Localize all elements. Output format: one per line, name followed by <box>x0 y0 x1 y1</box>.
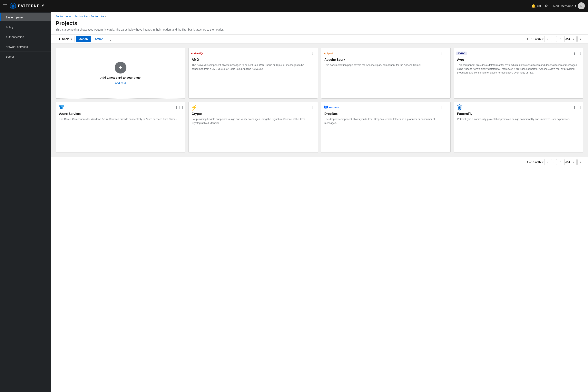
breadcrumb-item-section1[interactable]: Section title <box>74 15 88 18</box>
card-dropbox-logo: Dropbox <box>324 104 340 110</box>
footer-pagination-count-select[interactable]: 1 – 10 of 37 ▾ <box>527 160 544 164</box>
card-avro-logo: AVRO <box>456 50 467 56</box>
pagination-range: 1 – 10 of 37 <box>527 38 541 40</box>
card-spark-header: ★ Spark ⋮ <box>321 48 450 58</box>
card-avro-header: AVRO ⋮ <box>454 48 583 58</box>
action-link-button[interactable]: Action <box>92 36 106 42</box>
card-spark-body: Apache Spark This documentation page cov… <box>321 58 450 98</box>
svg-rect-5 <box>61 105 64 108</box>
card-patternfly-checkbox[interactable] <box>578 106 581 109</box>
hamburger-menu[interactable] <box>3 4 7 7</box>
action-primary-button[interactable]: Action <box>76 36 91 42</box>
card-spark-name: Apache Spark <box>324 58 447 62</box>
card-spark-kebab[interactable]: ⋮ <box>440 52 443 55</box>
card-crypto-description: For providing flexible endpoints to sign… <box>192 117 314 125</box>
sidebar-divider <box>0 52 51 52</box>
patternfly-logo-icon <box>10 2 16 10</box>
breadcrumb-sep: › <box>89 15 90 18</box>
sidebar-item-network-services[interactable]: Network services <box>0 43 51 51</box>
card-patternfly-header: ⋮ <box>454 102 583 112</box>
breadcrumb: Section home › Section title › Section t… <box>51 12 588 20</box>
card-amq-name: AMQ <box>192 58 314 62</box>
sidebar-item-label: Network services <box>6 45 28 48</box>
main-content: Section home › Section title › Section t… <box>51 12 588 392</box>
card-patternfly: ⋮ PatternFly PatternFly is a community p… <box>454 102 583 153</box>
footer-pagination-last-button[interactable]: » <box>578 159 583 165</box>
card-dropbox-kebab[interactable]: ⋮ <box>440 106 443 109</box>
breadcrumb-sep: › <box>105 15 106 18</box>
card-spark-logo: ★ Spark <box>324 50 334 56</box>
footer-pagination-prev-button[interactable]: ‹ <box>551 159 557 165</box>
dropbox-logo-icon <box>324 105 328 110</box>
card-amq: ActiveMQ ⋮ AMQ The ActiveMQ component al… <box>188 48 318 98</box>
sidebar-item-server[interactable]: Server <box>0 52 51 60</box>
card-dropbox-description: The dropbox component allows you to trea… <box>324 117 447 125</box>
pagination-last-button[interactable]: » <box>578 36 583 42</box>
sidebar-item-authentication[interactable]: Authentication <box>0 33 51 41</box>
card-dropbox-body: DropBox The dropbox component allows you… <box>321 112 450 152</box>
card-spark-checkbox[interactable] <box>445 52 448 55</box>
card-azure-logo <box>58 104 64 110</box>
app-logo: PATTERNFLY <box>10 2 44 10</box>
card-azure-description: The Camel Components for Windows Azure S… <box>59 117 182 121</box>
add-card[interactable]: + Add a new card to your page Add card <box>56 48 185 98</box>
card-azure-kebab[interactable]: ⋮ <box>175 106 178 109</box>
page-description: This is a demo that showcases PatternFly… <box>51 27 588 34</box>
footer-pagination-next-button[interactable]: › <box>571 159 577 165</box>
pagination-page-input[interactable] <box>558 36 565 42</box>
toolbar-kebab-button[interactable]: ⋮ <box>107 36 114 42</box>
card-crypto-kebab[interactable]: ⋮ <box>308 106 311 109</box>
filter-label: Name <box>62 38 70 40</box>
footer-pagination-page-input[interactable] <box>558 159 565 165</box>
card-crypto-header: ⚡ ⋮ <box>188 102 318 112</box>
add-card-link[interactable]: Add card <box>115 82 126 85</box>
settings-button[interactable]: ⚙ <box>545 4 548 8</box>
card-avro-kebab[interactable]: ⋮ <box>573 52 576 55</box>
card-dropbox: Dropbox ⋮ DropBox The dropbox component … <box>321 102 450 153</box>
app-layout: System panel Policy Authentication Netwo… <box>0 12 588 392</box>
card-azure-checkbox[interactable] <box>180 106 183 109</box>
card-crypto-name: Crypto <box>192 112 314 116</box>
bell-icon: 🔔 <box>531 4 536 8</box>
card-azure-body: Azure Services The Camel Components for … <box>56 112 185 152</box>
user-dropdown-icon: ▾ <box>575 4 576 8</box>
sidebar: System panel Policy Authentication Netwo… <box>0 12 51 392</box>
breadcrumb-sep: › <box>72 15 73 18</box>
card-amq-kebab[interactable]: ⋮ <box>308 52 311 55</box>
footer-count-chevron-icon: ▾ <box>542 160 544 164</box>
footer-pagination-first-button[interactable]: « <box>544 159 550 165</box>
filter-button[interactable]: ▼ Name ▾ <box>56 36 74 42</box>
breadcrumb-item-home[interactable]: Section home <box>56 15 71 18</box>
pagination-count-chevron: ▾ <box>542 38 544 40</box>
sidebar-item-system-panel[interactable]: System panel <box>0 13 51 21</box>
page-title: Projects <box>51 20 588 27</box>
card-avro-checkbox[interactable] <box>578 52 581 55</box>
sidebar-item-label: Server <box>6 55 14 58</box>
sidebar-divider <box>0 42 51 42</box>
sidebar-item-label: System panel <box>6 16 23 19</box>
toolbar: ▼ Name ▾ Action Action ⋮ 1 – 10 of 37 ▾ … <box>51 34 588 44</box>
pagination-first-button[interactable]: « <box>544 36 550 42</box>
card-amq-logo: ActiveMQ <box>191 50 203 56</box>
sidebar-divider <box>0 32 51 32</box>
card-patternfly-body: PatternFly PatternFly is a community pro… <box>454 112 583 152</box>
card-amq-description: The ActiveMQ component allows messages t… <box>192 63 314 71</box>
card-dropbox-checkbox[interactable] <box>445 106 448 109</box>
app-name: PATTERNFLY <box>18 4 44 8</box>
breadcrumb-item-section2[interactable]: Section title <box>91 15 104 18</box>
pagination-prev-button[interactable]: ‹ <box>551 36 557 42</box>
card-patternfly-name: PatternFly <box>457 112 580 116</box>
card-crypto-checkbox[interactable] <box>312 106 315 109</box>
card-patternfly-kebab[interactable]: ⋮ <box>573 106 576 109</box>
sidebar-item-policy[interactable]: Policy <box>0 23 51 31</box>
notifications-button[interactable]: 🔔 000 <box>531 4 541 8</box>
card-avro-name: Avro <box>457 58 580 62</box>
pagination-count-select[interactable]: 1 – 10 of 37 ▾ <box>527 38 544 40</box>
user-menu[interactable]: Ned Username ▾ N <box>553 2 585 10</box>
footer-pagination-range: 1 – 10 of 37 <box>527 160 541 164</box>
sidebar-item-label: Authentication <box>6 35 24 38</box>
pagination-next-button[interactable]: › <box>571 36 577 42</box>
card-amq-checkbox[interactable] <box>312 52 315 55</box>
card-amq-body: AMQ The ActiveMQ component allows messag… <box>188 58 318 98</box>
filter-chevron-icon: ▾ <box>70 38 72 40</box>
